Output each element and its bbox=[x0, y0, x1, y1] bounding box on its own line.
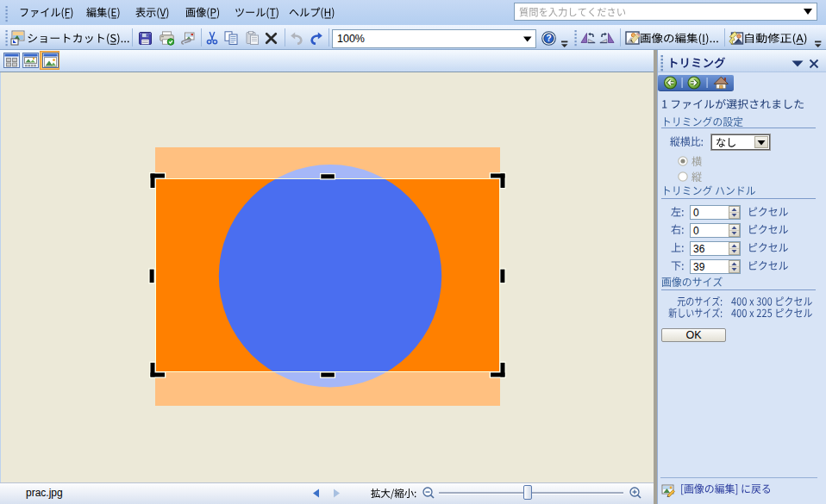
svg-text:?: ? bbox=[546, 34, 551, 43]
